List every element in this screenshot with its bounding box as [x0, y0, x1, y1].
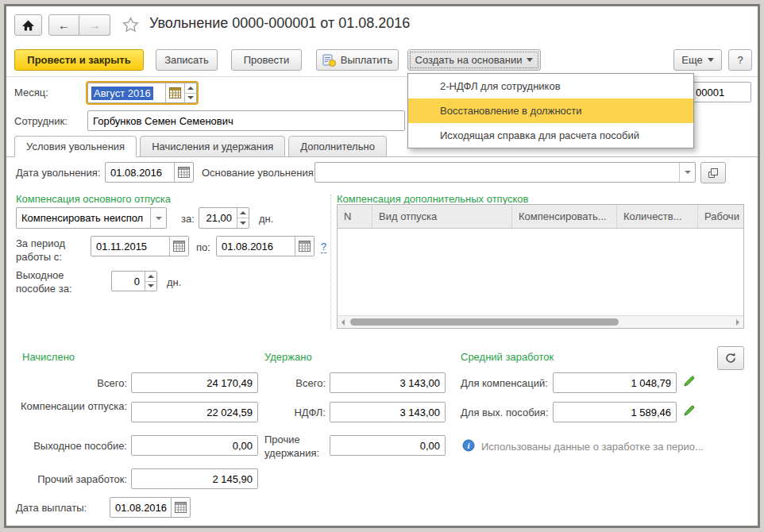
recalculate-button[interactable] — [717, 346, 744, 370]
employee-label: Сотрудник: — [14, 114, 68, 128]
compensation-days-spinner[interactable]: 21,00 — [199, 207, 249, 229]
column-header-working[interactable]: Рабочи — [698, 205, 743, 228]
withheld-other-field[interactable]: 0,00 — [330, 435, 446, 456]
desktop-background: ← → Увольнение 0000-000001 от 01.08.2016… — [0, 0, 764, 532]
compensation-mode-dropdown-icon[interactable] — [150, 208, 166, 228]
dismissal-reason-dropdown-icon[interactable] — [679, 163, 695, 182]
create-based-on-menu: 2-НДФЛ для сотрудников Восстановление в … — [407, 73, 694, 148]
period-from-calendar-icon[interactable] — [169, 237, 188, 256]
period-to-label: по: — [196, 241, 210, 254]
tab-label: Условия увольнения — [26, 141, 125, 152]
scroll-left-icon[interactable] — [338, 316, 349, 328]
accrued-total-field[interactable]: 24 170,49 — [131, 372, 258, 393]
severance-unit-label: дн. — [167, 276, 181, 289]
month-field[interactable]: Август 2016 — [87, 83, 197, 103]
edit-average-comp-pencil-icon[interactable] — [683, 375, 696, 387]
page-title: Увольнение 0000-000001 от 01.08.2016 — [149, 15, 410, 32]
menu-item-2ndfl[interactable]: 2-НДФЛ для сотрудников — [408, 74, 693, 98]
average-severance-value: 1 589,46 — [626, 407, 676, 418]
compensation-mode-combo[interactable]: Компенсировать неиспол — [16, 207, 167, 229]
accrued-other-field[interactable]: 2 145,90 — [131, 468, 258, 489]
period-from-field[interactable]: 01.11.2015 — [91, 236, 189, 256]
withheld-title: Удержано — [264, 351, 312, 363]
post-and-close-button[interactable]: Провести и закрыть — [14, 49, 144, 71]
refresh-icon — [724, 352, 737, 364]
average-severance-label: Для вых. пособия: — [461, 406, 549, 419]
for-label: за: — [181, 212, 195, 226]
table-horizontal-scrollbar[interactable] — [338, 315, 743, 328]
withheld-ndfl-field[interactable]: 3 143,00 — [330, 402, 446, 422]
forward-arrow-icon: → — [89, 18, 101, 32]
accrued-vacation-comp-field[interactable]: 22 024,59 — [131, 402, 258, 422]
scroll-right-icon[interactable] — [732, 316, 743, 328]
document-window: ← → Увольнение 0000-000001 от 01.08.2016… — [4, 4, 760, 528]
withheld-total-value: 3 143,00 — [395, 377, 445, 389]
pay-date-field[interactable]: 01.08.2016 — [110, 497, 191, 518]
accrued-severance-field[interactable]: 0,00 — [131, 435, 258, 456]
period-from-value: 01.11.2015 — [91, 241, 152, 253]
help-label: ? — [737, 54, 743, 66]
period-to-field[interactable]: 01.08.2016 — [216, 236, 314, 256]
dismissal-reason-combo[interactable] — [314, 162, 696, 183]
average-severance-field[interactable]: 1 589,46 — [553, 402, 677, 422]
month-calendar-icon[interactable] — [165, 83, 184, 102]
column-header-quantity[interactable]: Количеств... — [617, 205, 698, 228]
days-spinner-arrows[interactable] — [237, 208, 249, 228]
pay-document-coin-icon — [322, 54, 336, 67]
tab-dismissal-conditions[interactable]: Условия увольнения — [14, 136, 137, 157]
tab-label: Дополнительно — [300, 141, 375, 152]
earnings-info-text: Использованы данные о заработке за перио… — [481, 441, 704, 453]
write-button[interactable]: Записать — [156, 49, 218, 71]
open-window-icon — [708, 168, 719, 179]
severance-days-spinner[interactable]: 0 — [111, 271, 157, 291]
open-reason-button[interactable] — [700, 162, 726, 183]
help-button[interactable]: ? — [728, 49, 752, 71]
pay-date-calendar-icon[interactable] — [171, 498, 190, 517]
pay-date-label: Дата выплаты: — [16, 501, 87, 515]
create-based-on-button[interactable]: Создать на основании — [407, 49, 541, 71]
accrued-severance-value: 0,00 — [228, 440, 257, 452]
dismissal-reason-label: Основание увольнения: — [202, 166, 316, 179]
dismissal-date-field[interactable]: 01.08.2016 — [105, 162, 194, 183]
tab-additional[interactable]: Дополнительно — [288, 136, 387, 157]
info-icon: i — [462, 439, 475, 452]
column-header-compensate[interactable]: Компенсировать... — [512, 205, 617, 228]
withheld-total-label: Всего: — [262, 376, 326, 390]
column-header-vacation-type[interactable]: Вид отпуска — [372, 205, 512, 228]
period-help-link[interactable]: ? — [321, 241, 326, 253]
table-body-empty[interactable] — [338, 229, 743, 315]
scrollbar-thumb[interactable] — [350, 318, 619, 326]
employee-value: Горбунков Семен Семенович — [88, 115, 238, 127]
average-comp-field[interactable]: 1 048,79 — [553, 372, 677, 393]
menu-item-reinstatement[interactable]: Восстановление в должности — [408, 98, 693, 123]
period-to-calendar-icon[interactable] — [295, 237, 314, 256]
month-spinner[interactable] — [184, 83, 196, 102]
severance-days-label: Выходное пособие за: — [16, 268, 92, 295]
pay-button[interactable]: Выплатить — [316, 49, 399, 71]
severance-spinner-arrows[interactable] — [145, 272, 156, 291]
accrued-title: Начислено — [22, 351, 75, 363]
home-button[interactable] — [14, 14, 42, 36]
back-button[interactable]: ← — [48, 14, 79, 36]
home-icon — [22, 20, 34, 31]
scrollbar-track[interactable] — [349, 316, 732, 328]
section-separator — [330, 195, 331, 330]
employee-field[interactable]: Горбунков Семен Семенович — [87, 110, 405, 131]
accrued-other-label: Прочий заработок: — [14, 472, 127, 486]
post-button[interactable]: Провести — [231, 49, 302, 71]
forward-button[interactable]: → — [79, 14, 110, 36]
column-header-n[interactable]: N — [338, 205, 372, 228]
average-comp-label: Для компенсаций: — [461, 376, 548, 390]
dismissal-date-value: 01.08.2016 — [106, 167, 167, 179]
edit-average-severance-pencil-icon[interactable] — [683, 404, 696, 417]
dismissal-date-calendar-icon[interactable] — [174, 163, 193, 182]
withheld-total-field[interactable]: 3 143,00 — [330, 372, 446, 393]
more-button[interactable]: Еще — [673, 49, 722, 71]
accrued-vacation-comp-value: 22 024,59 — [202, 407, 257, 418]
favorite-star-icon[interactable] — [122, 17, 139, 33]
compensation-mode-value: Компенсировать неиспол — [17, 212, 148, 224]
tab-accruals-deductions[interactable]: Начисления и удержания — [140, 136, 285, 157]
back-arrow-icon: ← — [58, 18, 70, 32]
tab-label: Начисления и удержания — [152, 141, 273, 152]
menu-item-outgoing-certificate[interactable]: Исходящая справка для расчета пособий — [408, 123, 693, 148]
